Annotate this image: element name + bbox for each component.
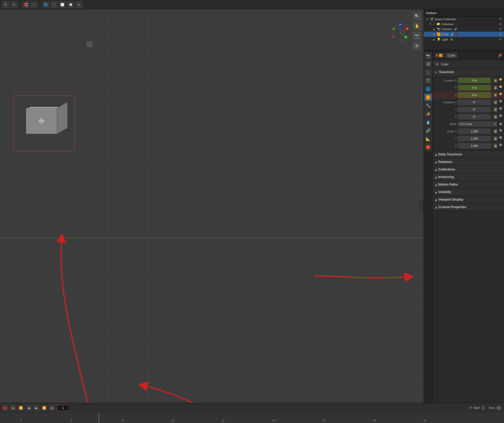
eye-light[interactable]: 👁 bbox=[499, 38, 502, 41]
tab-material[interactable]: 🔴 bbox=[424, 143, 432, 151]
visibility-header[interactable]: ▶ Visibility bbox=[433, 188, 504, 196]
axis-x-line bbox=[0, 237, 424, 238]
scale-x-dot[interactable] bbox=[499, 129, 502, 132]
tl-current-frame-input[interactable] bbox=[57, 405, 70, 411]
camera-tool[interactable]: 📷 bbox=[413, 32, 421, 40]
cube-object[interactable] bbox=[16, 98, 73, 149]
shading-drop[interactable]: ▾ bbox=[75, 1, 83, 8]
tab-modifier[interactable]: 🔧 bbox=[424, 102, 432, 110]
rotation-mode-select[interactable]: XYZ Euler ▾ bbox=[458, 121, 497, 127]
eye-col[interactable]: 👁 bbox=[499, 23, 502, 26]
scale-z-lock[interactable]: 🔒 bbox=[493, 144, 498, 148]
tl-step-back-btn[interactable]: ◀ bbox=[25, 405, 32, 411]
instancing-header[interactable]: ▶ Instancing bbox=[433, 173, 504, 181]
collections-header[interactable]: ▶ Collections bbox=[433, 166, 504, 173]
rotation-z-value[interactable]: 0° bbox=[458, 114, 491, 120]
location-y-value[interactable]: 0 m bbox=[458, 85, 491, 91]
scale-x-value[interactable]: 1.000 bbox=[458, 128, 491, 134]
tl-jump-end-btn[interactable]: ⏭ bbox=[49, 405, 55, 411]
tab-world[interactable]: 🌐 bbox=[424, 85, 432, 93]
scale-y-dot[interactable] bbox=[499, 136, 502, 139]
motion-paths-arrow: ▶ bbox=[434, 183, 437, 186]
props-pin-icon[interactable]: 📌 bbox=[498, 53, 502, 58]
globe-icon[interactable]: 🌐 bbox=[42, 1, 49, 8]
rotation-z-lock[interactable]: 🔒 bbox=[493, 114, 498, 119]
tab-object[interactable]: 🟧 bbox=[424, 93, 432, 101]
location-z-lock[interactable]: 🔒 bbox=[493, 93, 498, 97]
properties-panel: 📷 🖼 ⬛ 🎬 🌐 🟧 🔧 ✨ 💧 🔗 📐 🔴 ▾ bbox=[424, 51, 504, 403]
eye-cam[interactable]: 👁 bbox=[499, 28, 502, 31]
props-dropdown-btn[interactable]: ▾ bbox=[435, 62, 439, 66]
outliner-item-cube[interactable]: ▶ 🟧 Cube 🔗 ⬛ 👁 bbox=[424, 32, 504, 37]
shading-solid-icon[interactable]: ⬛ bbox=[50, 1, 58, 8]
relations-header[interactable]: ▶ Relations bbox=[433, 158, 504, 166]
tab-physics[interactable]: 💧 bbox=[424, 118, 432, 126]
outliner-item-camera[interactable]: ▶ 📷 Camera 🔗 👁 bbox=[424, 26, 504, 32]
tab-view-layer[interactable]: ⬛ bbox=[424, 69, 432, 76]
rotation-x-value[interactable]: 0° bbox=[458, 99, 491, 105]
viewport-display-label: Viewport Display bbox=[438, 198, 463, 201]
tl-end-value[interactable]: 10 bbox=[495, 406, 502, 410]
location-x-lock[interactable]: 🔒 bbox=[493, 78, 498, 83]
eye-scene[interactable]: 👁 bbox=[499, 18, 502, 21]
transform-section-header[interactable]: ▼ Transform bbox=[433, 69, 504, 76]
tab-scene[interactable]: 🎬 bbox=[424, 77, 432, 85]
tl-start-value[interactable]: 1 bbox=[481, 406, 486, 410]
rotation-y-lock[interactable]: 🔒 bbox=[493, 107, 498, 112]
viewport-3d[interactable]: Z X Y 🔍 ✋ 📷 ⊞ ‹ bbox=[0, 9, 424, 403]
location-y-lock[interactable]: 🔒 bbox=[493, 85, 498, 90]
snap-icon[interactable]: 🧲 bbox=[22, 1, 29, 8]
custom-props-header[interactable]: ▶ Custom Properties bbox=[433, 203, 504, 211]
scale-x-lock[interactable]: 🔒 bbox=[493, 129, 498, 134]
rotation-z-dot[interactable] bbox=[499, 114, 502, 117]
scale-z-dot[interactable] bbox=[499, 144, 502, 146]
shading-render-icon[interactable]: 🔲 bbox=[67, 1, 74, 8]
props-obj-label: Cube bbox=[441, 63, 448, 66]
location-z-keyframe-dot[interactable] bbox=[499, 93, 502, 95]
grid-tool[interactable]: ⊞ bbox=[413, 42, 421, 50]
tl-jump-start-btn[interactable]: ⏮ bbox=[10, 405, 16, 411]
tab-particles[interactable]: ✨ bbox=[424, 110, 432, 118]
scale-x-icons: 🔒 bbox=[493, 129, 502, 134]
cursor-icon[interactable]: ✛ bbox=[10, 1, 18, 8]
props-header-dropdown[interactable]: ▾ 🟧 bbox=[435, 53, 444, 58]
viewport-display-header[interactable]: ▶ Viewport Display bbox=[433, 196, 504, 203]
delta-transform-header[interactable]: ▶ Delta Transform bbox=[433, 151, 504, 158]
tl-step-fwd-btn[interactable]: ⏩ bbox=[41, 405, 47, 411]
scale-y-value[interactable]: 1.000 bbox=[458, 136, 491, 141]
view-icon[interactable]: 👁 bbox=[2, 1, 9, 8]
scale-y-lock[interactable]: 🔒 bbox=[493, 136, 498, 141]
zoom-tool[interactable]: 🔍 bbox=[413, 12, 421, 20]
outliner-item-light[interactable]: ▶ 💡 Light 🔆 👁 bbox=[424, 37, 504, 42]
tl-prev-keyframe-btn[interactable]: ⏪ bbox=[18, 405, 24, 411]
rotation-x-lock[interactable]: 🔒 bbox=[493, 100, 498, 105]
location-y-keyframe-dot[interactable] bbox=[499, 85, 502, 88]
rotation-y-dot[interactable] bbox=[499, 107, 502, 110]
timeline-ruler[interactable]: 8 9 10 11 12 13 14 15 16 bbox=[0, 413, 504, 423]
tl-record-btn[interactable]: ⏺ bbox=[2, 405, 8, 411]
collection-icon: 📁 bbox=[437, 22, 440, 26]
rotation-mode-dot[interactable] bbox=[499, 123, 502, 125]
pan-tool[interactable]: ✋ bbox=[413, 22, 421, 30]
camera-label: Camera bbox=[442, 28, 452, 31]
outliner-item-scene[interactable]: ▼ 🎬 Scene Collection 👁 bbox=[424, 17, 504, 22]
tab-constraints[interactable]: 🔗 bbox=[424, 127, 432, 134]
viewport-gizmo[interactable]: Z X Y bbox=[390, 22, 411, 43]
location-z-value[interactable]: 0 m bbox=[458, 92, 491, 98]
transform-icon[interactable]: ↔ bbox=[30, 1, 38, 8]
svg-text:Z: Z bbox=[400, 24, 401, 25]
eye-cube[interactable]: 👁 bbox=[499, 33, 502, 36]
tab-output[interactable]: 🖼 bbox=[424, 60, 432, 68]
rotation-x-dot[interactable] bbox=[499, 100, 502, 103]
scale-z-value[interactable]: 1.000 bbox=[458, 143, 491, 149]
motion-paths-header[interactable]: ▶ Motion Paths bbox=[433, 181, 504, 188]
rotation-y-value[interactable]: 0° bbox=[458, 107, 491, 112]
tl-play-btn[interactable]: ▶ bbox=[33, 405, 39, 411]
panel-collapse-btn[interactable]: ‹ bbox=[419, 201, 424, 211]
outliner-item-collection[interactable]: ▼ ✓ 📁 Collection 👁 bbox=[424, 22, 504, 26]
location-x-keyframe-dot[interactable] bbox=[499, 78, 502, 81]
location-x-value[interactable]: 0 m bbox=[458, 78, 491, 83]
tab-render[interactable]: 📷 bbox=[424, 52, 432, 60]
shading-material-icon[interactable]: ⬜ bbox=[59, 1, 66, 8]
tab-object-data[interactable]: 📐 bbox=[424, 135, 432, 143]
